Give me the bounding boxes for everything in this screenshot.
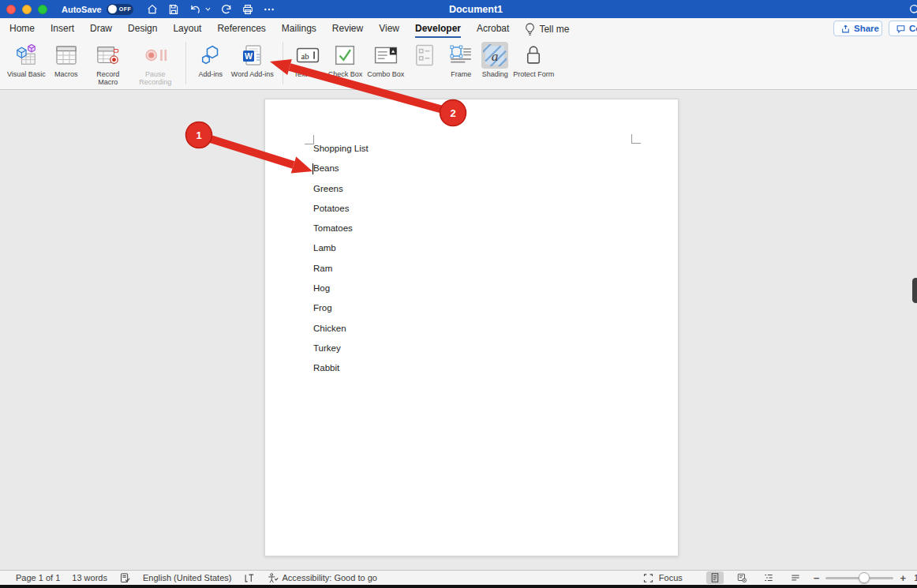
tab-drawdraw[interactable]: Draw	[90, 18, 112, 38]
ribbon-button-combo-boxcombo-box[interactable]: Combo Box	[367, 42, 404, 78]
zoom-out-button[interactable]: −	[814, 572, 820, 584]
document-line[interactable]: Rabbit	[313, 363, 369, 383]
ribbon-button-word-add-insword-add-ins[interactable]: W Word Add-ins	[231, 42, 274, 78]
word-count[interactable]: 13 words	[72, 573, 107, 582]
minimize-window-button[interactable]	[22, 5, 32, 14]
ribbon-button-text-boxtext-box[interactable]: ab Text Box	[292, 42, 324, 78]
zoom-slider[interactable]	[825, 577, 893, 579]
ribbon-button-visual-basicvisual-basic[interactable]: Visual Basic	[7, 42, 46, 78]
ribbon-button-optionsoptions[interactable]	[409, 42, 440, 70]
document-line[interactable]: Greens	[313, 184, 369, 204]
ribbon-button-check-boxcheck-box[interactable]: Check Box	[328, 42, 363, 78]
tab-developerdeveloper[interactable]: Developer	[415, 18, 461, 38]
frame-icon	[445, 42, 477, 69]
svg-text:W: W	[245, 51, 253, 61]
print-icon[interactable]	[241, 3, 254, 16]
tell-me-control[interactable]: Tell me	[525, 18, 569, 38]
document-line[interactable]: Beans	[313, 163, 369, 183]
autosave-toggle-knob	[108, 5, 117, 13]
ribbon-button-label: Record Macro	[87, 70, 129, 86]
web-layout-view-button[interactable]	[733, 571, 750, 584]
autosave-state-label: OFF	[119, 6, 132, 12]
accessibility-status[interactable]: Accessibility: Good to go	[267, 572, 376, 584]
document-line[interactable]: Frog	[313, 303, 369, 323]
ribbon-button-pause-recordingpause-recording[interactable]: Pause Recording	[134, 42, 177, 86]
autosave-label: AutoSave	[62, 5, 102, 14]
ribbon-button-protect-formprotect-form[interactable]: Protect Form	[513, 42, 554, 78]
focus-icon	[642, 572, 654, 584]
ribbon-tab-bar: Home Insert Draw Design Layout Reference…	[0, 18, 917, 38]
document-page[interactable]: Shopping List Beans Greens Potatoes Toma…	[264, 99, 679, 556]
tab-reviewreview[interactable]: Review	[332, 18, 363, 38]
close-window-button[interactable]	[6, 5, 16, 14]
ribbon-button-label: Text Box	[294, 70, 321, 78]
traffic-lights	[6, 5, 47, 14]
document-line[interactable]: Lamb	[313, 243, 369, 263]
ribbon-button-label: Frame	[451, 70, 471, 78]
document-line[interactable]: Turkey	[313, 343, 369, 363]
draft-view-button[interactable]	[787, 571, 804, 584]
more-commands-icon[interactable]	[263, 3, 275, 16]
document-line[interactable]: Chicken	[313, 324, 369, 343]
document-line[interactable]: Ram	[313, 264, 369, 283]
document-line[interactable]: Shopping List	[313, 144, 369, 163]
ribbon-button-record-macrorecord-macro[interactable]: Record Macro	[87, 42, 129, 86]
document-line[interactable]: Tomatoes	[313, 223, 369, 243]
document-line[interactable]: Potatoes	[313, 204, 369, 223]
ribbon-button-add-insadd-ins[interactable]: Add-ins	[195, 42, 226, 78]
tab-layoutlayout[interactable]: Layout	[173, 18, 201, 38]
ribbon-group-legacy-forms: ab Text Box Check Box Combo Box Frame	[290, 38, 557, 78]
visual-basic-icon	[10, 42, 42, 69]
ribbon-button-label: Add-ins	[199, 70, 223, 78]
focus-toggle[interactable]: Focus	[642, 572, 683, 584]
tab-acrobatacrobat[interactable]: Acrobat	[477, 18, 509, 38]
save-icon[interactable]	[167, 3, 180, 16]
window-bottom-edge	[0, 585, 917, 588]
accessibility-icon	[267, 572, 279, 584]
document-text: Shopping List Beans Greens Potatoes Toma…	[313, 144, 369, 384]
ribbon-button-shadingshading[interactable]: a Shading	[481, 42, 508, 78]
tab-mailingsmailings[interactable]: Mailings	[282, 18, 316, 38]
ribbon-button-frameframe[interactable]: Frame	[445, 42, 477, 78]
zoom-in-button[interactable]: +	[900, 572, 906, 584]
language-status[interactable]: English (United States)	[143, 573, 232, 582]
status-bar: Page 1 of 1 13 words English (United Sta…	[0, 570, 917, 585]
ribbon-group-separator	[283, 42, 283, 84]
tab-insertinsert[interactable]: Insert	[51, 18, 74, 38]
combo-box-icon	[370, 42, 402, 69]
check-box-icon	[329, 42, 361, 69]
redo-icon[interactable]	[220, 3, 233, 16]
tab-designdesign[interactable]: Design	[128, 18, 157, 38]
autosave-toggle[interactable]: OFF	[107, 4, 133, 15]
tab-viewview[interactable]: View	[379, 18, 399, 38]
share-icon	[840, 24, 851, 34]
vertical-scrollbar-thumb[interactable]	[912, 278, 917, 303]
outline-view-button[interactable]	[760, 571, 777, 584]
zoom-window-button[interactable]	[38, 5, 47, 14]
word-add-ins-icon: W	[237, 42, 268, 69]
text-layout-icon[interactable]	[243, 572, 255, 584]
search-icon[interactable]	[908, 3, 917, 16]
tab-homehome[interactable]: Home	[9, 18, 35, 38]
options-icon	[409, 42, 440, 69]
zoom-slider-thumb[interactable]	[859, 572, 870, 583]
home-icon[interactable]	[146, 3, 159, 16]
comments-button[interactable]: Com	[889, 21, 917, 36]
window-titlebar: AutoSave OFF Document1	[0, 0, 917, 18]
outline-view-icon	[763, 572, 774, 583]
page-count[interactable]: Page 1 of 1	[16, 573, 60, 582]
print-layout-view-button[interactable]	[706, 571, 724, 584]
developer-ribbon: Visual Basic Macros Record Macro Pause R…	[0, 38, 917, 90]
ribbon-group-addins: Add-ins W Word Add-ins	[193, 38, 276, 78]
spellcheck-icon[interactable]	[119, 572, 131, 584]
undo-icon[interactable]	[189, 3, 201, 16]
ribbon-button-macrosmacros[interactable]: Macros	[51, 42, 82, 78]
tab-referencesreferences[interactable]: References	[217, 18, 265, 38]
ribbon-tabs: Home Insert Draw Design Layout Reference…	[0, 18, 509, 38]
tell-me-label: Tell me	[539, 24, 569, 35]
print-layout-icon	[709, 572, 720, 583]
lightbulb-icon	[525, 23, 535, 35]
chevron-down-icon[interactable]	[204, 6, 211, 13]
document-line[interactable]: Hog	[313, 283, 369, 303]
share-button[interactable]: Share	[833, 21, 882, 36]
